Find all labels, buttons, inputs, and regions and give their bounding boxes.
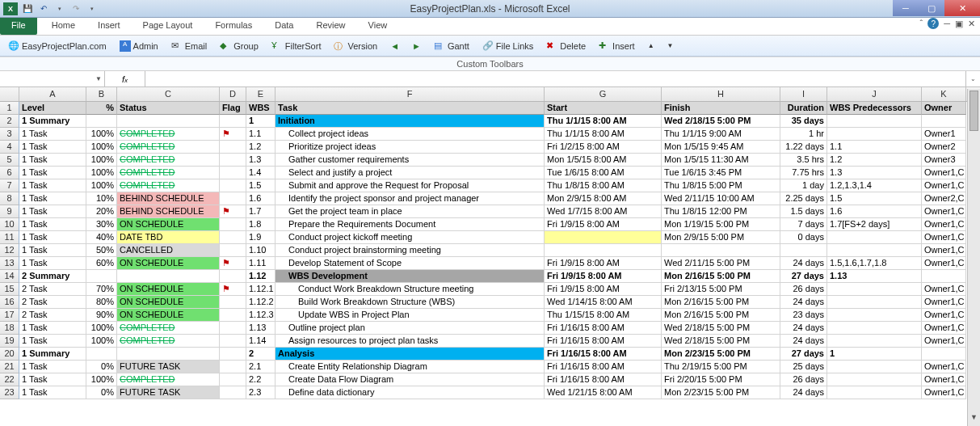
row-header[interactable]: 22 bbox=[0, 373, 19, 386]
cell[interactable] bbox=[220, 141, 246, 154]
ribbon-tab-home[interactable]: Home bbox=[40, 18, 86, 35]
cell[interactable]: Thu 1/8/15 12:00 PM bbox=[662, 205, 780, 218]
header-status[interactable]: Status bbox=[117, 102, 220, 115]
cell[interactable]: 23 days bbox=[780, 309, 827, 322]
column-header-A[interactable]: A bbox=[19, 87, 86, 101]
cell[interactable] bbox=[86, 115, 117, 128]
cell[interactable]: Conduct project kickoff meeting bbox=[275, 231, 545, 244]
cell[interactable]: Wed 2/11/15 10:00 AM bbox=[662, 192, 780, 205]
toolbar-group[interactable]: ◆ Group bbox=[217, 39, 262, 53]
column-header-E[interactable]: E bbox=[246, 87, 275, 101]
cell[interactable]: 10% bbox=[86, 192, 117, 205]
header-wbs[interactable]: WBS bbox=[246, 102, 275, 115]
cell[interactable]: 1 Task bbox=[19, 335, 86, 348]
cell[interactable]: Owner3 bbox=[922, 154, 966, 167]
qat-customize-icon[interactable]: ▾ bbox=[86, 2, 99, 15]
cell[interactable] bbox=[545, 244, 662, 257]
cell[interactable]: 1 Task bbox=[19, 141, 86, 154]
row-header[interactable]: 2 bbox=[0, 115, 19, 128]
cell[interactable]: 0% bbox=[86, 386, 117, 399]
cell[interactable]: 1 Task bbox=[19, 322, 86, 335]
scroll-down-icon[interactable]: ▼ bbox=[968, 413, 980, 426]
cell[interactable] bbox=[922, 270, 966, 283]
row-header[interactable]: 12 bbox=[0, 244, 19, 257]
cell[interactable] bbox=[827, 244, 922, 257]
cell[interactable]: 2 Task bbox=[19, 296, 86, 309]
cell[interactable]: 100% bbox=[86, 167, 117, 179]
row-header[interactable]: 5 bbox=[0, 154, 19, 167]
cell[interactable]: 1.4 bbox=[246, 167, 275, 179]
cell[interactable]: ⚑ bbox=[220, 205, 246, 218]
cell[interactable]: ON SCHEDULE bbox=[117, 218, 220, 231]
cell[interactable]: 2.3 bbox=[246, 386, 275, 399]
cell[interactable]: Owner1,C bbox=[922, 179, 966, 192]
cell[interactable] bbox=[117, 115, 220, 128]
cell[interactable]: 0 days bbox=[780, 231, 827, 244]
cell[interactable]: Tue 1/6/15 3:45 PM bbox=[662, 167, 780, 179]
cell[interactable]: COMPLETED bbox=[117, 141, 220, 154]
cell[interactable]: FUTURE TASK bbox=[117, 386, 220, 399]
cell[interactable]: COMPLETED bbox=[117, 179, 220, 192]
cell[interactable]: Create Data Flow Diagram bbox=[275, 373, 545, 386]
toolbar-right-arrow[interactable]: ► bbox=[409, 40, 424, 53]
cell[interactable] bbox=[827, 322, 922, 335]
toolbar-down[interactable]: ▼ bbox=[664, 40, 677, 51]
minimize-button[interactable]: ─ bbox=[893, 0, 919, 16]
cell[interactable]: 100% bbox=[86, 335, 117, 348]
cell[interactable]: Owner2,C bbox=[922, 192, 966, 205]
header-flag[interactable]: Flag bbox=[220, 102, 246, 115]
row-header[interactable]: 6 bbox=[0, 167, 19, 179]
cell[interactable]: 35 days bbox=[780, 115, 827, 128]
cell[interactable]: 24 days bbox=[780, 257, 827, 270]
cell[interactable]: 60% bbox=[86, 257, 117, 270]
cell[interactable] bbox=[117, 270, 220, 283]
cell[interactable]: 1.2,1.3,1.4 bbox=[827, 179, 922, 192]
cell[interactable]: 50% bbox=[86, 244, 117, 257]
cell[interactable]: 100% bbox=[86, 179, 117, 192]
cell[interactable] bbox=[220, 154, 246, 167]
cell[interactable] bbox=[545, 231, 662, 244]
cell[interactable]: 1 Task bbox=[19, 218, 86, 231]
cell[interactable]: Wed 2/18/15 5:00 PM bbox=[662, 335, 780, 348]
cell[interactable]: 26 days bbox=[780, 283, 827, 296]
column-header-D[interactable]: D bbox=[220, 87, 246, 101]
cell[interactable]: 1.5 bbox=[827, 192, 922, 205]
row-header[interactable]: 21 bbox=[0, 361, 19, 373]
cell[interactable] bbox=[220, 192, 246, 205]
cell[interactable]: 1.6 bbox=[246, 192, 275, 205]
cell[interactable]: DATE TBD bbox=[117, 231, 220, 244]
cell[interactable]: Fri 1/16/15 8:00 AM bbox=[545, 361, 662, 373]
cell[interactable]: 7.75 hrs bbox=[780, 167, 827, 179]
cell[interactable] bbox=[827, 361, 922, 373]
cell[interactable]: Wed 2/18/15 5:00 PM bbox=[662, 322, 780, 335]
cell[interactable]: Owner1,C bbox=[922, 231, 966, 244]
cell[interactable]: 1.8 bbox=[246, 218, 275, 231]
cell[interactable]: 1 Task bbox=[19, 205, 86, 218]
cell[interactable]: Mon 1/19/15 5:00 PM bbox=[662, 218, 780, 231]
cell[interactable]: 2.2 bbox=[246, 373, 275, 386]
cell[interactable] bbox=[780, 244, 827, 257]
cell[interactable]: 27 days bbox=[780, 348, 827, 361]
cell[interactable]: ⚑ bbox=[220, 128, 246, 141]
cell[interactable]: 1 Summary bbox=[19, 348, 86, 361]
cell[interactable]: Gather customer requirements bbox=[275, 154, 545, 167]
undo-icon[interactable]: ↶ bbox=[37, 2, 50, 15]
window-min2-icon[interactable]: ─ bbox=[944, 19, 950, 28]
cell[interactable]: Conduct project brainstorming meeting bbox=[275, 244, 545, 257]
cell[interactable] bbox=[827, 115, 922, 128]
cell[interactable]: 2.1 bbox=[246, 361, 275, 373]
row-header[interactable]: 13 bbox=[0, 257, 19, 270]
cell[interactable]: 1.3 bbox=[246, 154, 275, 167]
cell[interactable]: 1.12 bbox=[246, 270, 275, 283]
cell[interactable]: Fri 1/2/15 8:00 AM bbox=[545, 141, 662, 154]
cell[interactable]: 2 bbox=[246, 348, 275, 361]
cell[interactable] bbox=[827, 296, 922, 309]
cell[interactable]: Wed 1/21/15 8:00 AM bbox=[545, 386, 662, 399]
help-icon[interactable]: ? bbox=[927, 18, 939, 29]
cell[interactable]: 1.13 bbox=[827, 270, 922, 283]
cell[interactable] bbox=[827, 309, 922, 322]
cell[interactable]: 1 Task bbox=[19, 257, 86, 270]
cell[interactable] bbox=[220, 296, 246, 309]
cell[interactable]: Get the project team in place bbox=[275, 205, 545, 218]
cell[interactable]: COMPLETED bbox=[117, 154, 220, 167]
